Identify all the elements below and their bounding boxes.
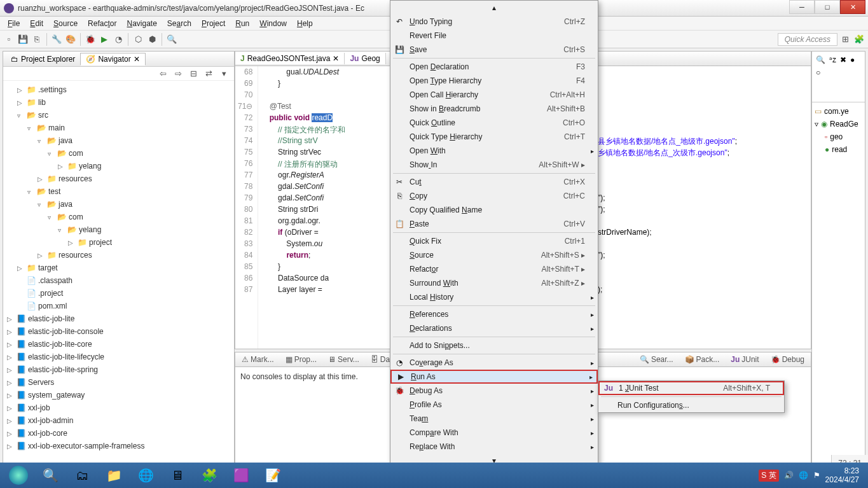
- tree-item[interactable]: ▷📘xxl-job: [3, 401, 234, 414]
- search-icon[interactable]: 🔍: [34, 464, 66, 487]
- tool-icon[interactable]: ●: [850, 55, 855, 64]
- ctx-paste[interactable]: 📋PasteCtrl+V: [390, 217, 598, 231]
- debug-icon[interactable]: 🐞: [84, 33, 97, 46]
- ctx-replace-with[interactable]: Replace With▸: [390, 440, 598, 454]
- quick-access[interactable]: Quick Access: [778, 33, 837, 46]
- ctx-add-to-snippets-[interactable]: Add to Snippets...: [390, 338, 598, 352]
- tab-project-explorer[interactable]: 🗀 Project Explorer: [6, 53, 80, 65]
- tree-item[interactable]: 📄.classpath: [3, 274, 234, 287]
- outline-method[interactable]: ▫ geo: [815, 130, 862, 143]
- tab-servers[interactable]: 🖥 Serv...: [324, 354, 363, 365]
- menu-search[interactable]: Search: [162, 18, 196, 29]
- ctx-open-type-hierarchy[interactable]: Open Type HierarchyF4: [390, 74, 598, 88]
- tab-debug[interactable]: 🐞 Debug: [767, 354, 808, 365]
- ctx-copy[interactable]: ⎘CopyCtrl+C: [390, 189, 598, 203]
- tray-icon[interactable]: 🔊: [784, 471, 794, 480]
- ctx-surround-with[interactable]: Surround WithAlt+Shift+Z ▸: [390, 276, 598, 290]
- tab-junit[interactable]: Ju JUnit: [727, 354, 762, 365]
- fwd-icon[interactable]: ⇨: [172, 67, 184, 80]
- menu-project[interactable]: Project: [196, 18, 230, 29]
- tool-icon[interactable]: 🔧: [50, 33, 63, 46]
- tree-item[interactable]: ▷📁target: [3, 261, 234, 274]
- menu-edit[interactable]: Edit: [25, 18, 48, 29]
- ctx-quick-outline[interactable]: Quick OutlineCtrl+O: [390, 116, 598, 130]
- clock[interactable]: 8:23 2024/4/27: [825, 466, 859, 485]
- tray-icon[interactable]: 🌐: [799, 471, 808, 480]
- ctx-open-with[interactable]: Open With▸: [390, 144, 598, 158]
- ctx-revert-file[interactable]: Revert File: [390, 29, 598, 43]
- menu-help[interactable]: Help: [292, 18, 318, 29]
- tree-item[interactable]: ▷📁resources: [3, 172, 234, 185]
- ctx-quick-fix[interactable]: Quick FixCtrl+1: [390, 234, 598, 248]
- menu-window[interactable]: Window: [254, 18, 292, 29]
- saveall-icon[interactable]: ⎘: [31, 33, 43, 46]
- menu-run[interactable]: Run: [230, 18, 254, 29]
- ctx-run-as[interactable]: ▶Run As▸: [390, 370, 598, 384]
- maximize-button[interactable]: □: [815, 0, 840, 14]
- perspective-icon[interactable]: ⊞: [839, 33, 851, 46]
- tree-item[interactable]: ▷📘elastic-job-lite-lifecycle: [3, 351, 234, 363]
- tree-item[interactable]: ▿📂main: [3, 122, 234, 134]
- tree-item[interactable]: ▿📂java: [3, 198, 234, 211]
- tree-item[interactable]: ▿📂yelang: [3, 223, 234, 236]
- ime-indicator[interactable]: S 英: [759, 470, 778, 482]
- tool-icon[interactable]: 🔍: [816, 55, 825, 64]
- minimize-button[interactable]: ─: [789, 0, 815, 14]
- tree-item[interactable]: ▷📘elastic-job-lite-spring: [3, 363, 234, 376]
- palette-icon[interactable]: 🎨: [64, 33, 77, 46]
- tree-item[interactable]: ▷📘Servers: [3, 376, 234, 389]
- perspective-javaee-icon[interactable]: 🧩: [853, 33, 865, 46]
- ctx-profile-as[interactable]: Profile As▸: [390, 398, 598, 412]
- menu-navigate[interactable]: Navigate: [121, 18, 162, 29]
- ctx-declarations[interactable]: Declarations▸: [390, 321, 598, 335]
- app-icon[interactable]: 🧩: [193, 464, 225, 487]
- run-icon[interactable]: ▶: [98, 33, 111, 46]
- ctx-quick-type-hierarchy[interactable]: Quick Type HierarchyCtrl+T: [390, 130, 598, 144]
- menu-source[interactable]: Source: [48, 18, 83, 29]
- editor-tab-readgeojson[interactable]: J ReadGeoJSONTest.java ✕: [235, 53, 345, 64]
- tree-item[interactable]: ▷📁resources: [3, 249, 234, 261]
- ctx-show-in[interactable]: Show InAlt+Shift+W ▸: [390, 158, 598, 172]
- tree-item[interactable]: ▷📁project: [3, 236, 234, 249]
- tool-icon[interactable]: ○: [816, 68, 820, 77]
- submenu-run-configurations-[interactable]: Run Configurations...: [598, 398, 784, 412]
- tree-item[interactable]: ▷📁yelang: [3, 160, 234, 172]
- menu-icon[interactable]: ▾: [217, 67, 230, 80]
- tree-item[interactable]: ▷📘system_gateway: [3, 389, 234, 401]
- tree-item[interactable]: ▿📂src: [3, 109, 234, 122]
- tree-item[interactable]: ▷📘elastic-job-lite: [3, 312, 234, 325]
- run-as-submenu[interactable]: Ju1 JUnit TestAlt+Shift+X, TRun Configur…: [598, 380, 785, 413]
- tree-item[interactable]: ▷📁lib: [3, 96, 234, 109]
- context-menu[interactable]: ▴↶Undo TypingCtrl+ZRevert File💾SaveCtrl+…: [390, 0, 598, 468]
- tab-navigator[interactable]: 🧭 Navigator ✕: [80, 53, 145, 66]
- tab-package[interactable]: 📦 Pack...: [681, 354, 724, 365]
- explorer-icon[interactable]: 🗂: [66, 464, 98, 487]
- editor-tab-geog[interactable]: Ju Geog: [345, 53, 385, 64]
- coverage-icon[interactable]: ◔: [112, 33, 125, 46]
- tool-icon[interactable]: ✖: [840, 55, 846, 64]
- ctx-open-declaration[interactable]: Open DeclarationF3: [390, 60, 598, 74]
- ctx-team[interactable]: Team▸: [390, 412, 598, 426]
- back-icon[interactable]: ⇦: [156, 67, 169, 80]
- ctx-refactor[interactable]: RefactorAlt+Shift+T ▸: [390, 262, 598, 276]
- ctx-source[interactable]: SourceAlt+Shift+S ▸: [390, 248, 598, 262]
- chrome-icon[interactable]: 🌐: [130, 464, 162, 487]
- tool-icon[interactable]: ⬡: [132, 33, 144, 46]
- tree-item[interactable]: ▷📘elastic-job-lite-core: [3, 338, 234, 351]
- tray-icon[interactable]: ⚑: [813, 471, 820, 480]
- tree-item[interactable]: ▿📂com: [3, 147, 234, 160]
- ctx-show-in-breadcrumb[interactable]: Show in BreadcrumbAlt+Shift+B: [390, 102, 598, 116]
- notepad-icon[interactable]: 📝: [257, 464, 289, 487]
- tree-item[interactable]: ▷📁.settings: [3, 83, 234, 96]
- scroll-up[interactable]: ▴: [390, 1, 598, 15]
- outline-class[interactable]: ▿ ◉ ReadGe: [815, 118, 862, 130]
- close-button[interactable]: ✕: [840, 0, 865, 14]
- ctx-save[interactable]: 💾SaveCtrl+S: [390, 43, 598, 57]
- tree-item[interactable]: ▷📘xxl-job-core: [3, 427, 234, 440]
- ctx-undo-typing[interactable]: ↶Undo TypingCtrl+Z: [390, 15, 598, 29]
- tool-icon[interactable]: ᵃz: [829, 55, 836, 64]
- tool-icon[interactable]: ⬢: [146, 33, 158, 46]
- menu-file[interactable]: File: [3, 18, 25, 29]
- save-icon[interactable]: 💾: [17, 33, 29, 46]
- ctx-compare-with[interactable]: Compare With▸: [390, 426, 598, 440]
